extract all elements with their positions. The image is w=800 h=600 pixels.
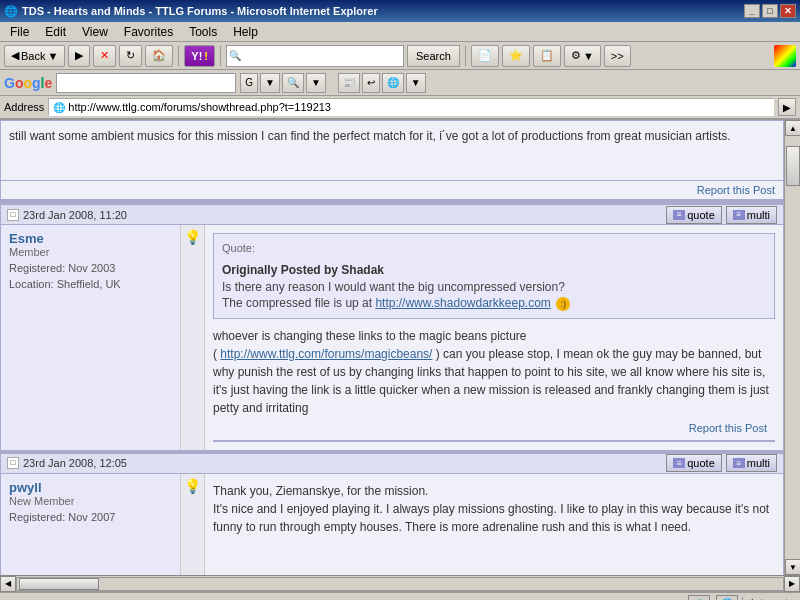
- post-3: □ 23rd Jan 2008, 12:05 ≡ quote ≡ multi: [0, 451, 784, 575]
- scroll-thumb[interactable]: [786, 146, 800, 186]
- hscroll-track[interactable]: [16, 577, 784, 591]
- post3-multi-button[interactable]: ≡ multi: [726, 454, 777, 472]
- post3-lightbulb: 💡: [181, 474, 205, 575]
- address-go-button[interactable]: ▶: [778, 98, 796, 116]
- title-bar: 🌐 TDS - Hearts and Minds - TTLG Forums -…: [0, 0, 800, 22]
- post2-report-link[interactable]: Report this Post: [213, 417, 775, 442]
- magic-beans-link[interactable]: http://www.ttlg.com/forums/magicbeans/: [220, 347, 432, 361]
- close-button[interactable]: ✕: [780, 4, 796, 18]
- window-title: TDS - Hearts and Minds - TTLG Forums - M…: [22, 5, 378, 17]
- post-date-icon: □: [7, 209, 19, 221]
- address-input-container[interactable]: 🌐 http://www.ttlg.com/forums/showthread.…: [48, 98, 774, 116]
- post3-registered: Registered: Nov 2007: [9, 511, 172, 523]
- google-extra-2[interactable]: ↩: [362, 73, 380, 93]
- menu-favorites[interactable]: Favorites: [118, 24, 179, 40]
- nav-toolbar: ◀ Back ▼ ▶ ✕ ↻ 🏠 Y! ! 🔍 Search 📄 ⭐ 📋 ⚙ ▼…: [0, 42, 800, 70]
- nav-icon-2: ⭐: [509, 49, 523, 62]
- post3-lightbulb-icon: 💡: [184, 478, 201, 494]
- nav-extra-2[interactable]: ⭐: [502, 45, 530, 67]
- google-logo: Google: [4, 75, 52, 91]
- post2-actions: ≡ quote ≡ multi: [666, 206, 777, 224]
- nav-extra-1[interactable]: 📄: [471, 45, 499, 67]
- status-globe-icon: 🌐: [716, 595, 738, 600]
- post3-body: pwyll New Member Registered: Nov 2007 💡 …: [1, 474, 783, 575]
- post3-body-text: Thank you, Ziemanskye, for the mission. …: [213, 482, 775, 536]
- hscroll-thumb[interactable]: [19, 578, 99, 590]
- maximize-button[interactable]: □: [762, 4, 778, 18]
- page-icon: 🌐: [53, 102, 65, 113]
- menu-help[interactable]: Help: [227, 24, 264, 40]
- google-extra-1[interactable]: 📰: [338, 73, 360, 93]
- back-button[interactable]: ◀ Back ▼: [4, 45, 65, 67]
- post-partial-container: still want some ambient musics for this …: [0, 120, 784, 202]
- menu-view[interactable]: View: [76, 24, 114, 40]
- quote-author: Originally Posted by Shadak: [222, 261, 766, 279]
- forward-button[interactable]: ▶: [68, 45, 90, 67]
- google-extra-btns: 📰 ↩ 🌐 ▼: [338, 73, 426, 93]
- nav-search-container: 🔍: [226, 45, 404, 67]
- post3-quote-button[interactable]: ≡ quote: [666, 454, 722, 472]
- menu-file[interactable]: File: [4, 24, 35, 40]
- post2-multi-button[interactable]: ≡ multi: [726, 206, 777, 224]
- post2-body: Esme Member Registered: Nov 2003 Locatio…: [1, 225, 783, 450]
- post3-quote-icon: ≡: [673, 458, 685, 468]
- nav-more-button[interactable]: >>: [604, 45, 631, 67]
- search-icon: 🔍: [227, 50, 243, 61]
- post2-content: Quote: Originally Posted by Shadak Is th…: [205, 225, 783, 450]
- google-extra-4[interactable]: ▼: [406, 73, 426, 93]
- content-area: still want some ambient musics for this …: [0, 120, 800, 575]
- google-search-input[interactable]: [56, 73, 236, 93]
- post2-location: Location: Sheffield, UK: [9, 278, 172, 290]
- post1-report-link[interactable]: Report this Post: [1, 181, 783, 201]
- post2-header: □ 23rd Jan 2008, 11:20 ≡ quote ≡ multi: [1, 203, 783, 225]
- forum-content: still want some ambient musics for this …: [0, 120, 784, 575]
- post3-date: □ 23rd Jan 2008, 12:05: [7, 457, 127, 469]
- stop-button[interactable]: ✕: [93, 45, 116, 67]
- minimize-button[interactable]: _: [744, 4, 760, 18]
- post3-username[interactable]: pwyll: [9, 480, 172, 495]
- home-button[interactable]: 🏠: [145, 45, 173, 67]
- post2-quote-box: Quote: Originally Posted by Shadak Is th…: [213, 233, 775, 319]
- address-bar: Address 🌐 http://www.ttlg.com/forums/sho…: [0, 96, 800, 120]
- refresh-icon: ↻: [126, 49, 135, 62]
- status-icons: 🔒 🌐: [688, 595, 738, 600]
- nav-search-button[interactable]: Search: [407, 45, 460, 67]
- home-icon: 🏠: [152, 49, 166, 62]
- nav-search-input[interactable]: [243, 46, 403, 66]
- google-extra-3[interactable]: 🌐: [382, 73, 404, 93]
- post2-quote-button[interactable]: ≡ quote: [666, 206, 722, 224]
- scroll-up-button[interactable]: ▲: [785, 120, 800, 136]
- google-dropdown-button[interactable]: ▼: [260, 73, 280, 93]
- address-url: http://www.ttlg.com/forums/showthread.ph…: [68, 101, 331, 113]
- quote-link[interactable]: http://www.shadowdarkkeep.com: [375, 296, 550, 310]
- post2-info: Esme Member Registered: Nov 2003 Locatio…: [1, 225, 181, 450]
- post3-date-icon: □: [7, 457, 19, 469]
- scroll-down-button[interactable]: ▼: [785, 559, 800, 575]
- post2-username[interactable]: Esme: [9, 231, 172, 246]
- nav-separator-2: [220, 46, 221, 66]
- google-go-button[interactable]: G: [240, 73, 258, 93]
- nav-tools-button[interactable]: ⚙ ▼: [564, 45, 601, 67]
- quote-text-2: The compressed file is up at http://www.…: [222, 295, 766, 312]
- stop-icon: ✕: [100, 49, 109, 62]
- menu-edit[interactable]: Edit: [39, 24, 72, 40]
- status-bar: 🔒 🌐 Internet: [0, 591, 800, 600]
- scroll-left-button[interactable]: ◀: [0, 576, 16, 592]
- back-arrow-icon: ◀: [11, 49, 19, 62]
- status-security-icon: 🔒: [688, 595, 710, 600]
- nav-extra-3[interactable]: 📋: [533, 45, 561, 67]
- scroll-track[interactable]: [785, 136, 800, 559]
- scroll-right-button[interactable]: ▶: [784, 576, 800, 592]
- yahoo-button[interactable]: Y! !: [184, 45, 215, 67]
- post3-header: □ 23rd Jan 2008, 12:05 ≡ quote ≡ multi: [1, 452, 783, 474]
- google-search-button[interactable]: 🔍: [282, 73, 304, 93]
- ie-icon: 🌐: [4, 5, 18, 18]
- google-options-button[interactable]: ▼: [306, 73, 326, 93]
- tools-dropdown-icon: ▼: [583, 50, 594, 62]
- nav-icon-1: 📄: [478, 49, 492, 62]
- post3-multi-icon: ≡: [733, 458, 745, 468]
- refresh-button[interactable]: ↻: [119, 45, 142, 67]
- yahoo-exclaim: !: [204, 50, 208, 62]
- address-label: Address: [4, 101, 44, 113]
- menu-tools[interactable]: Tools: [183, 24, 223, 40]
